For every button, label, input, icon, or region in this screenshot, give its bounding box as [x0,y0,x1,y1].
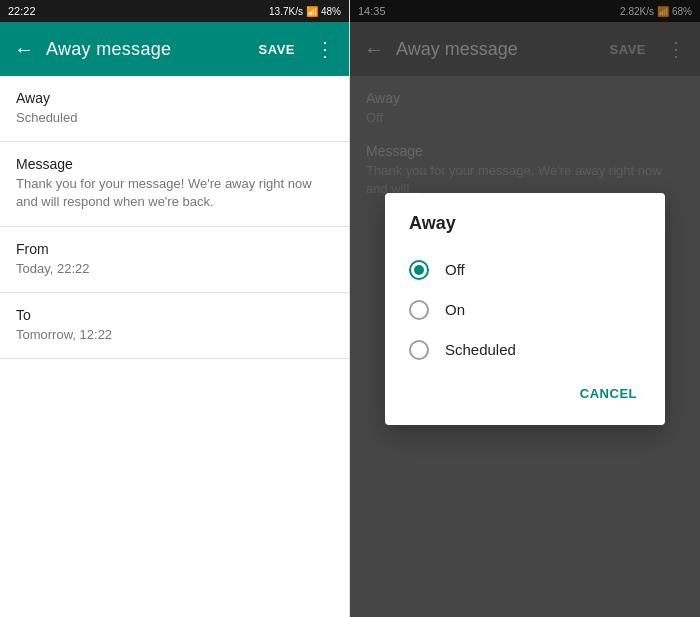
right-panel: 14:35 2.82K/s 📶 68% ← Away message SAVE … [350,0,700,617]
to-row[interactable]: To Tomorrow, 12:22 [0,293,349,359]
option-off-label: Off [445,261,465,278]
status-icons-left: 13.7K/s 📶 48% [269,6,341,17]
left-panel: 22:22 13.7K/s 📶 48% ← Away message SAVE … [0,0,350,617]
from-row[interactable]: From Today, 22:22 [0,227,349,293]
option-on-label: On [445,301,465,318]
header-left: ← Away message SAVE ⋮ [0,22,349,76]
network-speed-left: 13.7K/s [269,6,303,17]
content-left: Away Scheduled Message Thank you for you… [0,76,349,617]
cancel-button[interactable]: CANCEL [568,378,649,409]
page-title-left: Away message [46,39,247,60]
to-value: Tomorrow, 12:22 [16,326,333,344]
option-on[interactable]: On [385,290,665,330]
radio-on[interactable] [409,300,429,320]
message-label: Message [16,156,333,172]
option-scheduled-label: Scheduled [445,341,516,358]
radio-inner-off [414,265,424,275]
dialog-overlay: Away Off On Scheduled CANCEL [350,0,700,617]
from-label: From [16,241,333,257]
time-left: 22:22 [8,5,36,17]
message-value: Thank you for your message! We're away r… [16,175,333,211]
radio-off[interactable] [409,260,429,280]
back-button-left[interactable]: ← [14,38,34,61]
dialog-actions: CANCEL [385,370,665,415]
dialog-title: Away [385,213,665,250]
option-off[interactable]: Off [385,250,665,290]
from-value: Today, 22:22 [16,260,333,278]
message-row[interactable]: Message Thank you for your message! We'r… [0,142,349,226]
away-row[interactable]: Away Scheduled [0,76,349,142]
wifi-icon: 📶 [306,6,318,17]
battery-left: 48% [321,6,341,17]
option-scheduled[interactable]: Scheduled [385,330,665,370]
more-options-icon-left[interactable]: ⋮ [315,37,335,61]
save-button-left[interactable]: SAVE [259,42,295,57]
away-label: Away [16,90,333,106]
to-label: To [16,307,333,323]
radio-scheduled[interactable] [409,340,429,360]
away-value: Scheduled [16,109,333,127]
away-dialog: Away Off On Scheduled CANCEL [385,193,665,425]
status-bar-left: 22:22 13.7K/s 📶 48% [0,0,349,22]
